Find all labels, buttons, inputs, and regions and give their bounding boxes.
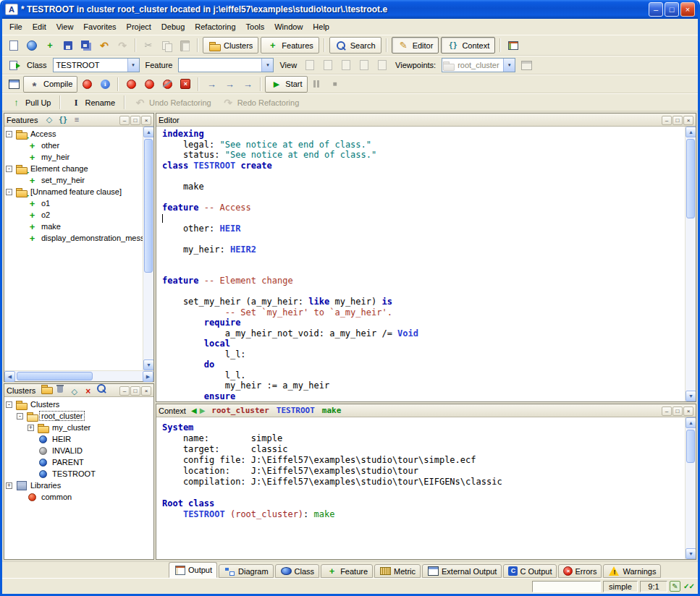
features-horizontal-scrollbar[interactable]: ◀▶ xyxy=(4,370,153,381)
step-out-button[interactable]: → xyxy=(239,76,256,93)
step-into-button[interactable]: → xyxy=(203,76,220,93)
menu-help[interactable]: Help xyxy=(308,20,334,33)
editor-toggle[interactable]: ✎Editor xyxy=(392,37,439,54)
menu-window[interactable]: Window xyxy=(269,20,308,33)
expand-open-box[interactable]: - xyxy=(17,413,23,420)
menu-view[interactable]: View xyxy=(51,20,79,33)
features-vertical-scrollbar[interactable]: ▲▼ xyxy=(143,127,153,370)
editor-code-area[interactable]: indexing legal: "See notice at end of cl… xyxy=(156,127,685,401)
menu-edit[interactable]: Edit xyxy=(28,20,51,33)
feature-item-display-demonstration-messa[interactable]: +display_demonstration_messa xyxy=(4,232,143,244)
rename-button[interactable]: IRename xyxy=(64,94,120,111)
undo-button[interactable]: ↶ xyxy=(96,37,113,54)
window-minimize-button[interactable]: – xyxy=(649,2,663,17)
window-maximize-button[interactable]: □ xyxy=(665,2,679,17)
features-scroll-up-button[interactable]: ▲ xyxy=(143,127,153,137)
menu-refactoring[interactable]: Refactoring xyxy=(190,20,240,33)
cluster-item-my-cluster[interactable]: +my_cluster xyxy=(4,422,153,433)
new-window-button[interactable] xyxy=(5,37,22,54)
feature-item-make[interactable]: +make xyxy=(4,221,143,232)
tab-external-output[interactable]: External Output xyxy=(422,564,502,578)
features-scroll-right-button[interactable]: ▶ xyxy=(143,371,153,382)
class-combo[interactable]: TESTROOT▼ xyxy=(53,58,140,72)
editor-panel-maximize-button[interactable]: □ xyxy=(672,116,683,125)
context-forward-button[interactable]: ▶ xyxy=(200,406,206,414)
clusters-toggle[interactable]: Clusters xyxy=(203,37,258,54)
feature-combo-dropdown-button[interactable]: ▼ xyxy=(261,59,273,72)
editor-scroll-track[interactable] xyxy=(686,137,696,391)
project-settings-button[interactable] xyxy=(5,76,22,93)
search-toggle[interactable]: Search xyxy=(329,37,381,54)
feature-item-o2[interactable]: +o2 xyxy=(4,209,143,221)
feature-item-access[interactable]: -+Access xyxy=(4,128,143,140)
features-scroll-left-button[interactable]: ◀ xyxy=(4,371,15,382)
context-panel-maximize-button[interactable]: □ xyxy=(672,406,683,416)
features-scroll-down-button[interactable]: ▼ xyxy=(143,359,153,370)
remove-item-button[interactable] xyxy=(54,382,67,395)
context-scroll-down-button[interactable]: ▼ xyxy=(686,548,696,559)
menu-debug[interactable]: Debug xyxy=(156,20,190,33)
add-cluster-button[interactable] xyxy=(40,382,54,395)
class-options-button[interactable]: ◇ xyxy=(67,386,81,399)
tab-feature[interactable]: +Feature xyxy=(321,564,373,578)
menu-tools[interactable]: Tools xyxy=(241,20,270,33)
tab-class[interactable]: Class xyxy=(275,564,320,578)
clusters-panel-minimize-button[interactable]: – xyxy=(119,386,130,396)
context-scroll-track[interactable] xyxy=(686,428,696,548)
features-panel-close-button[interactable]: × xyxy=(141,116,151,125)
pull-up-button[interactable]: ↑Pull Up xyxy=(5,94,56,111)
features-panel-minimize-button[interactable]: – xyxy=(119,116,130,125)
cluster-item-clusters[interactable]: -Clusters xyxy=(4,399,153,410)
cluster-item-testroot[interactable]: TESTROOT xyxy=(4,468,153,480)
new-tab-button[interactable]: + xyxy=(41,37,59,54)
new-class-button[interactable] xyxy=(5,57,22,74)
tab-warnings[interactable]: !Warnings xyxy=(603,564,661,578)
comments-button[interactable]: ≡ xyxy=(69,113,83,126)
class-combo-dropdown-button[interactable]: ▼ xyxy=(127,59,139,72)
editor-panel-minimize-button[interactable]: – xyxy=(662,116,672,125)
context-crumb-make[interactable]: make xyxy=(322,406,342,415)
cluster-item-heir[interactable]: HEIR xyxy=(4,433,153,445)
tab-c-output[interactable]: CC Output xyxy=(503,564,557,578)
save-button[interactable] xyxy=(59,37,77,54)
ignore-breakpoints-button[interactable] xyxy=(159,76,176,93)
clusters-panel-close-button[interactable]: × xyxy=(141,386,151,396)
feature-clauses-button[interactable]: ◇ xyxy=(42,113,56,126)
save-all-button[interactable] xyxy=(77,37,95,54)
cluster-item-parent[interactable]: PARENT xyxy=(4,456,153,468)
editor-scroll-up-button[interactable]: ▲ xyxy=(686,127,696,137)
expand-closed-box[interactable]: + xyxy=(28,425,34,431)
expand-closed-box[interactable]: + xyxy=(6,482,12,489)
editor-vertical-scrollbar[interactable]: ▲▼ xyxy=(685,127,696,401)
start-button[interactable]: ▶Start xyxy=(265,76,307,93)
delete-button[interactable]: × xyxy=(81,385,95,398)
cluster-item-invalid[interactable]: INVALID xyxy=(4,445,153,456)
search-cluster-button[interactable] xyxy=(95,382,109,395)
context-crumb-testroot[interactable]: TESTROOT xyxy=(277,406,315,415)
menu-favorites[interactable]: Favorites xyxy=(78,20,121,33)
menu-project[interactable]: Project xyxy=(122,20,156,33)
signatures-button[interactable]: {} xyxy=(56,114,69,127)
menu-file[interactable]: File xyxy=(4,20,28,33)
editor-scroll-thumb[interactable] xyxy=(686,139,695,218)
context-scroll-thumb[interactable] xyxy=(686,430,695,463)
compile-button[interactable]: *Compile xyxy=(23,76,77,93)
features-panel-maximize-button[interactable]: □ xyxy=(130,116,140,125)
context-back-button[interactable]: ◀ xyxy=(191,406,197,414)
editor-panel-close-button[interactable]: × xyxy=(683,116,693,125)
feature-combo[interactable]: ▼ xyxy=(178,58,274,72)
debug-run-button[interactable] xyxy=(122,76,140,93)
feature-item-my-heir[interactable]: +my_heir xyxy=(4,151,143,163)
expand-open-box[interactable]: - xyxy=(6,189,12,195)
step-over-button[interactable]: → xyxy=(221,76,238,93)
feature-item-element-change[interactable]: -+Element change xyxy=(4,163,143,174)
features-scroll-track[interactable] xyxy=(143,137,153,359)
open-file-button[interactable] xyxy=(23,37,41,54)
tab-output[interactable]: Output xyxy=(169,562,217,578)
cluster-item-common[interactable]: common xyxy=(4,491,153,503)
tab-metric[interactable]: Metric xyxy=(374,564,421,578)
expand-open-box[interactable]: - xyxy=(6,401,12,408)
melt-button[interactable] xyxy=(78,76,96,93)
cluster-item-root-cluster[interactable]: -root_cluster xyxy=(4,410,153,422)
features-hscroll-thumb[interactable] xyxy=(17,372,93,380)
